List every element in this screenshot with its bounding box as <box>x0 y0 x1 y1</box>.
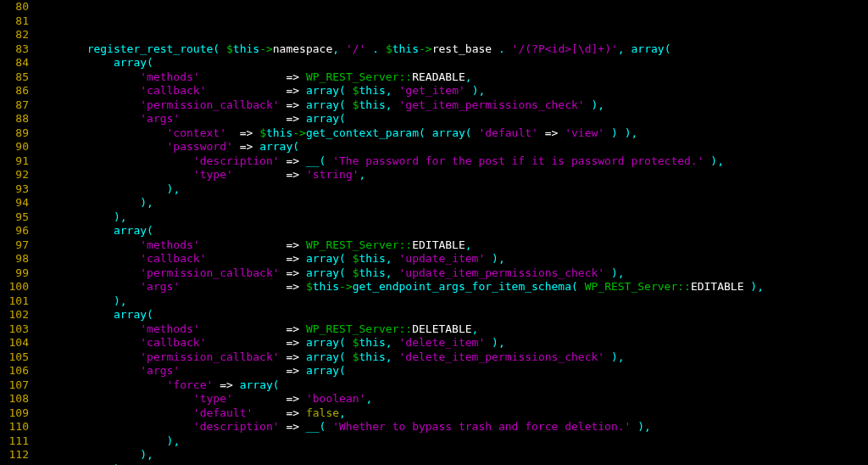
code-line[interactable]: array( <box>34 224 868 238</box>
line-number: 110 <box>0 420 29 434</box>
line-number: 90 <box>0 140 29 154</box>
code-line[interactable]: 'context' => $this->get_context_param( a… <box>34 126 868 141</box>
code-line[interactable]: ), <box>34 294 868 309</box>
line-number: 96 <box>0 224 29 238</box>
code-editor[interactable]: 80 81 82 83 84 85 86 87 88 89 90 91 92 9… <box>0 0 868 465</box>
line-number: 103 <box>0 322 29 337</box>
code-line[interactable]: 'password' => array( <box>34 140 868 154</box>
code-line[interactable]: 'methods' => WP_REST_Server::DELETABLE, <box>34 322 868 337</box>
line-number: 108 <box>0 392 29 406</box>
line-number: 88 <box>0 112 29 126</box>
line-number-gutter: 80 81 82 83 84 85 86 87 88 89 90 91 92 9… <box>0 0 34 465</box>
line-number: 99 <box>0 266 29 281</box>
code-line[interactable]: 'args' => $this->get_endpoint_args_for_i… <box>34 280 868 294</box>
line-number: 80 <box>0 0 29 14</box>
code-line[interactable]: 'force' => array( <box>34 378 868 393</box>
code-line[interactable]: 'args' => array( <box>34 112 868 126</box>
line-number: 100 <box>0 280 29 294</box>
code-line[interactable]: array( <box>34 308 868 322</box>
code-line[interactable]: ), <box>34 210 868 225</box>
line-number: 89 <box>0 126 29 141</box>
line-number: 102 <box>0 308 29 322</box>
line-number: 107 <box>0 378 29 393</box>
line-number: 104 <box>0 336 29 350</box>
line-number: 82 <box>0 28 29 42</box>
line-number: 112 <box>0 448 29 462</box>
code-line[interactable]: 'default' => false, <box>34 406 868 421</box>
line-number: 92 <box>0 168 29 182</box>
code-line[interactable]: ), <box>34 448 868 462</box>
line-number: 85 <box>0 70 29 85</box>
line-number: 91 <box>0 154 29 169</box>
code-line[interactable]: 'callback' => array( $this, 'get_item' )… <box>34 84 868 98</box>
line-number: 101 <box>0 294 29 309</box>
code-line[interactable]: 'args' => array( <box>34 364 868 378</box>
code-line[interactable]: 'permission_callback' => array( $this, '… <box>34 350 868 365</box>
code-line[interactable]: 'callback' => array( $this, 'update_item… <box>34 252 868 266</box>
code-line[interactable]: register_rest_route( $this->namespace, '… <box>34 42 868 57</box>
line-number: 105 <box>0 350 29 365</box>
code-line[interactable]: 'description' => __( 'The password for t… <box>34 154 868 169</box>
code-line[interactable]: ), <box>34 434 868 449</box>
line-number: 98 <box>0 252 29 266</box>
code-line[interactable]: ), <box>34 196 868 210</box>
code-line[interactable]: 'callback' => array( $this, 'delete_item… <box>34 336 868 350</box>
line-number: 95 <box>0 210 29 225</box>
code-area[interactable]: register_rest_route( $this->namespace, '… <box>34 0 868 465</box>
line-number: 87 <box>0 98 29 113</box>
code-line[interactable]: ), <box>34 182 868 197</box>
line-number: 86 <box>0 84 29 98</box>
line-number: 83 <box>0 42 29 57</box>
code-line[interactable]: 'permission_callback' => array( $this, '… <box>34 266 868 281</box>
code-line[interactable]: array( <box>34 56 868 70</box>
line-number: 109 <box>0 406 29 421</box>
line-number: 93 <box>0 182 29 197</box>
code-line[interactable]: 'type' => 'string', <box>34 168 868 182</box>
code-line[interactable]: 'type' => 'boolean', <box>34 392 868 406</box>
line-number: 81 <box>0 14 29 29</box>
line-number: 111 <box>0 434 29 449</box>
line-number: 84 <box>0 56 29 70</box>
code-line[interactable]: ), <box>34 462 868 466</box>
code-line[interactable]: 'methods' => WP_REST_Server::EDITABLE, <box>34 238 868 253</box>
line-number: 97 <box>0 238 29 253</box>
code-line[interactable]: 'methods' => WP_REST_Server::READABLE, <box>34 70 868 85</box>
line-number: 106 <box>0 364 29 378</box>
line-number: 94 <box>0 196 29 210</box>
code-line[interactable]: 'description' => __( 'Whether to bypass … <box>34 420 868 434</box>
code-line[interactable]: 'permission_callback' => array( $this, '… <box>34 98 868 113</box>
